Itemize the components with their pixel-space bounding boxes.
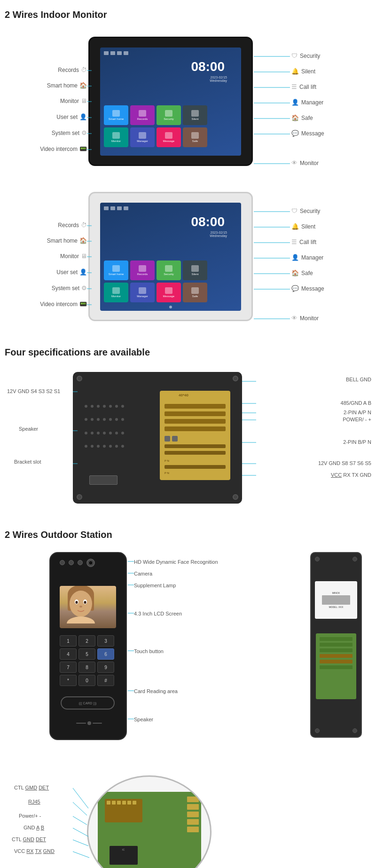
key-hash[interactable]: # — [97, 675, 114, 686]
keypad[interactable]: 1 2 3 4 5 6 7 8 9 * 0 # — [60, 635, 114, 686]
security-icon-r: 🛡 — [291, 52, 298, 59]
safe-label-rw: Safe — [301, 270, 313, 276]
key-7[interactable]: 7 — [60, 662, 77, 673]
system-set-label: System set — [52, 130, 79, 136]
key-star[interactable]: * — [60, 675, 77, 686]
monitor2-icon-r: 👁 — [291, 159, 298, 166]
lcd-screen — [60, 586, 116, 628]
call-lift-icon-rw: ☰ — [291, 238, 297, 245]
indoor-title: 2 Wires Indoor Monitor — [5, 9, 371, 20]
user-set-icon-w: 👤 — [79, 268, 87, 276]
tile-manager: Manager — [130, 127, 155, 147]
manager-label-r: Manager — [301, 99, 323, 106]
safe-icon-rw: 🏠 — [291, 269, 299, 276]
call-lift-label-r: Call lift — [299, 84, 316, 90]
tile-message: Message — [157, 127, 181, 147]
video-intercom-label-w: Video intercom — [40, 301, 78, 308]
tile-security: Security — [157, 105, 181, 125]
svg-line-54 — [73, 802, 87, 815]
key-3[interactable]: 3 — [97, 635, 114, 647]
ctl-gnd-det-2: CTL GND DET — [12, 836, 46, 842]
smart-home-icon: 🏠 — [79, 82, 87, 89]
call-lift-label-rw: Call lift — [299, 239, 316, 245]
label-sticker: MINOX MODEL: XXX — [315, 581, 357, 619]
tile-safe: Safe — [183, 127, 207, 147]
svg-line-57 — [73, 840, 88, 846]
spec-12v-s8-label: 12V GND S8 S7 S6 S5 — [318, 460, 371, 466]
svg-line-56 — [73, 828, 88, 836]
dot-2 — [69, 560, 74, 565]
tile-security-w: Security — [157, 260, 181, 280]
dot-3 — [78, 560, 83, 565]
spec-bracket-label: Bracket slot — [14, 459, 41, 465]
svg-point-44 — [79, 606, 82, 608]
rj45-label: RJ45 — [28, 799, 40, 805]
pcb-size-label: 40*40 — [179, 393, 188, 397]
key-5[interactable]: 5 — [78, 648, 95, 660]
outdoor-title: 2 Wires Outdoor Station — [5, 529, 371, 540]
tile-safe-w: Safe — [183, 283, 207, 302]
spec-bell-label: BELL GND — [346, 377, 371, 382]
svg-point-39 — [70, 591, 92, 617]
key-0[interactable]: 0 — [78, 675, 95, 686]
svg-line-55 — [73, 816, 87, 825]
user-set-label-w: User set — [56, 269, 78, 276]
call-lift-icon-r: ☰ — [291, 83, 297, 90]
smart-home-label: Smart home — [47, 82, 78, 89]
speaker-grille — [85, 405, 127, 457]
supplement-label: Supplement Lamp — [134, 583, 176, 588]
tile-silent: Silent — [183, 105, 207, 125]
tile-smart-home-w: Smart home — [104, 260, 128, 280]
manager-icon-rw: 👤 — [291, 254, 299, 261]
screen-date: 2023-02/15Wednesday — [210, 76, 227, 82]
manager-label-rw: Manager — [301, 254, 323, 261]
ctl-gnd-det-1: CTL GMD DET — [14, 785, 49, 790]
spec-2pin-a-label: 2-PIN A/P N — [344, 410, 371, 415]
tile-message-w: Message — [157, 283, 181, 302]
key-2[interactable]: 2 — [78, 635, 95, 647]
speaker-strip — [76, 721, 102, 725]
svg-point-43 — [84, 601, 86, 604]
face-svg — [64, 586, 97, 623]
message-label-rw: Message — [301, 285, 324, 292]
screen-time-w: 08:00 — [191, 214, 225, 229]
spec-speaker-label: Speaker — [19, 426, 38, 432]
camera-lens — [86, 559, 95, 567]
spec-2pin-b-label: 2-PIN B/P N — [343, 439, 371, 445]
smart-home-icon-w: 🏠 — [79, 237, 87, 244]
silent-icon-r: 🔔 — [291, 68, 299, 75]
svg-point-45 — [67, 616, 95, 623]
key-9[interactable]: 9 — [97, 662, 114, 673]
svg-point-42 — [76, 601, 78, 604]
silent-icon-rw: 🔔 — [291, 223, 299, 230]
key-4[interactable]: 4 — [60, 648, 77, 660]
screen-time: 08:00 — [191, 59, 225, 74]
svg-line-58 — [73, 852, 89, 858]
bracket-slot — [89, 475, 118, 485]
spec-485-label: 485/GND A B — [341, 400, 371, 406]
dot-1 — [60, 560, 65, 565]
message-icon-r: 💬 — [291, 130, 299, 137]
monitor-icon: 🖥 — [81, 97, 87, 104]
safe-icon-r: 🏠 — [291, 114, 299, 121]
safe-label-r: Safe — [301, 115, 313, 121]
key-6[interactable]: 6 — [97, 648, 114, 660]
svg-line-53 — [73, 788, 88, 808]
key-8[interactable]: 8 — [78, 662, 95, 673]
monitor-label: Monitor — [60, 98, 79, 104]
records-label-w: Records — [58, 222, 79, 229]
camera-area — [50, 553, 126, 571]
connector-diagram: CTL GMD DET RJ45 Power/+ - GND A B CTL G… — [5, 764, 371, 868]
key-1[interactable]: 1 — [60, 635, 77, 647]
records-label: Records — [58, 67, 79, 73]
indoor-monitor-section: 2 Wires Indoor Monitor Records ⏱ Smart h… — [5, 9, 371, 333]
vcc-rx-tx-gnd: VCC RX TX GND — [14, 848, 55, 854]
monitor2-label-rw: Monitor — [300, 315, 319, 322]
speaker-outdoor-label: Speaker — [134, 717, 153, 722]
monitor-icon-w: 🖥 — [81, 253, 87, 260]
system-set-label-w: System set — [52, 285, 79, 292]
monitor2-label-r: Monitor — [300, 160, 319, 166]
monitor2-icon-rw: 👁 — [291, 315, 298, 322]
outdoor-section: 2 Wires Outdoor Station — [5, 529, 371, 868]
system-set-icon: ⚙ — [81, 129, 87, 136]
